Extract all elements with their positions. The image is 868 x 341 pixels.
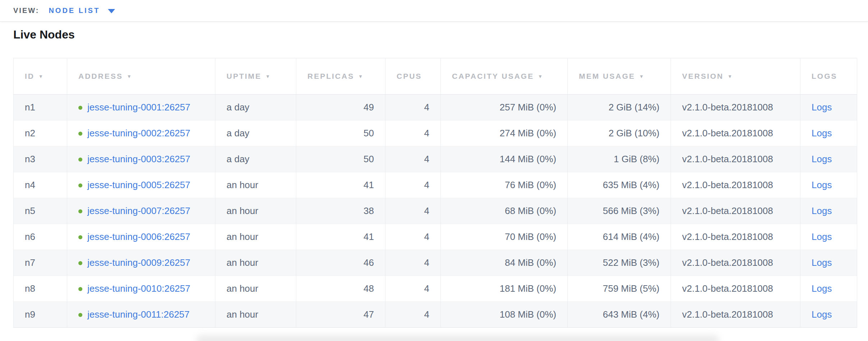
cell-mem: 522 MiB (3%): [568, 250, 671, 276]
column-header-logs: LOGS: [800, 58, 857, 95]
column-header-label: UPTIME: [227, 72, 261, 80]
node-logs-link[interactable]: Logs: [812, 102, 832, 113]
node-address-link[interactable]: jesse-tuning-0009:26257: [87, 257, 190, 268]
cell-version: v2.1.0-beta.20181008: [671, 121, 800, 146]
node-logs-link[interactable]: Logs: [812, 179, 832, 190]
cell-mem: 643 MiB (4%): [568, 302, 671, 328]
cell-uptime: an hour: [215, 198, 296, 224]
cell-address: jesse-tuning-0005:26257: [67, 172, 215, 198]
cell-mem: 2 GiB (14%): [568, 95, 671, 121]
cell-replicas: 50: [296, 121, 385, 146]
cell-logs: Logs: [800, 224, 857, 250]
node-address-link[interactable]: jesse-tuning-0005:26257: [87, 179, 190, 190]
cell-uptime: a day: [215, 121, 296, 146]
node-address-link[interactable]: jesse-tuning-0006:26257: [87, 231, 190, 242]
cell-mem: 1 GiB (8%): [568, 146, 671, 172]
column-header-cpus: CPUS: [385, 58, 441, 95]
cell-mem: 635 MiB (4%): [568, 172, 671, 198]
sort-desc-icon: ▼: [728, 74, 734, 79]
column-header-label: CAPACITY USAGE: [452, 72, 534, 80]
cell-version: v2.1.0-beta.20181008: [671, 276, 800, 302]
node-logs-link[interactable]: Logs: [812, 154, 832, 164]
column-header-id[interactable]: ID▼: [14, 58, 67, 95]
live-status-dot: [78, 287, 82, 291]
live-status-dot: [78, 209, 82, 213]
cell-address: jesse-tuning-0003:26257: [67, 146, 215, 172]
cell-address: jesse-tuning-0001:26257: [67, 95, 215, 121]
cell-capacity: 181 MiB (0%): [441, 276, 568, 302]
node-logs-link[interactable]: Logs: [812, 257, 832, 268]
cell-capacity: 76 MiB (0%): [441, 172, 568, 198]
cell-replicas: 46: [296, 250, 385, 276]
cell-logs: Logs: [800, 146, 857, 172]
column-header-label: ADDRESS: [78, 72, 123, 80]
cell-version: v2.1.0-beta.20181008: [671, 302, 800, 328]
live-status-dot: [78, 158, 82, 162]
node-address-link[interactable]: jesse-tuning-0007:26257: [87, 205, 190, 216]
cell-cpus: 4: [385, 95, 441, 121]
cell-mem: 2 GiB (10%): [568, 121, 671, 146]
node-address-link[interactable]: jesse-tuning-0002:26257: [87, 128, 190, 138]
view-dropdown-value: NODE LIST: [49, 6, 100, 15]
column-header-capacity[interactable]: CAPACITY USAGE▼: [441, 58, 568, 95]
table-row: n7jesse-tuning-0009:26257an hour46484 Mi…: [14, 250, 857, 276]
column-header-version[interactable]: VERSION▼: [671, 58, 800, 95]
node-logs-link[interactable]: Logs: [812, 283, 832, 294]
cell-uptime: an hour: [215, 224, 296, 250]
cell-capacity: 70 MiB (0%): [441, 224, 568, 250]
column-header-mem[interactable]: MEM USAGE▼: [568, 58, 671, 95]
node-logs-link[interactable]: Logs: [812, 231, 832, 242]
cell-address: jesse-tuning-0009:26257: [67, 250, 215, 276]
cell-address: jesse-tuning-0007:26257: [67, 198, 215, 224]
column-header-label: LOGS: [812, 72, 837, 80]
cell-capacity: 274 MiB (0%): [441, 121, 568, 146]
column-header-replicas[interactable]: REPLICAS▼: [296, 58, 385, 95]
node-address-link[interactable]: jesse-tuning-0003:26257: [87, 154, 190, 164]
cell-cpus: 4: [385, 121, 441, 146]
cell-address: jesse-tuning-0010:26257: [67, 276, 215, 302]
cell-logs: Logs: [800, 95, 857, 121]
live-status-dot: [78, 235, 82, 239]
live-status-dot: [78, 313, 82, 317]
view-dropdown[interactable]: NODE LIST: [49, 6, 115, 15]
table-header-row: ID▼ADDRESS▼UPTIME▼REPLICAS▼CPUSCAPACITY …: [14, 58, 857, 95]
column-header-uptime[interactable]: UPTIME▼: [215, 58, 296, 95]
cell-uptime: an hour: [215, 276, 296, 302]
sort-desc-icon: ▼: [358, 74, 364, 79]
cell-id: n8: [14, 276, 67, 302]
cell-cpus: 4: [385, 276, 441, 302]
live-status-dot: [78, 106, 82, 110]
node-address-link[interactable]: jesse-tuning-0010:26257: [87, 283, 190, 294]
node-address-link[interactable]: jesse-tuning-0011:26257: [87, 309, 189, 320]
sort-desc-icon: ▼: [639, 74, 645, 79]
cell-uptime: an hour: [215, 302, 296, 328]
node-logs-link[interactable]: Logs: [812, 309, 832, 320]
cell-uptime: an hour: [215, 172, 296, 198]
cell-id: n5: [14, 198, 67, 224]
sort-desc-icon: ▼: [127, 74, 133, 79]
cell-mem: 566 MiB (3%): [568, 198, 671, 224]
cell-address: jesse-tuning-0002:26257: [67, 121, 215, 146]
cell-logs: Logs: [800, 172, 857, 198]
table-row: n6jesse-tuning-0006:26257an hour41470 Mi…: [14, 224, 857, 250]
cell-version: v2.1.0-beta.20181008: [671, 198, 800, 224]
view-label: VIEW:: [13, 6, 39, 15]
cell-replicas: 41: [296, 224, 385, 250]
cell-replicas: 47: [296, 302, 385, 328]
column-header-label: VERSION: [682, 72, 724, 80]
node-logs-link[interactable]: Logs: [812, 205, 832, 216]
node-logs-link[interactable]: Logs: [812, 128, 832, 138]
column-header-label: ID: [25, 72, 35, 80]
node-address-link[interactable]: jesse-tuning-0001:26257: [87, 102, 190, 113]
cell-address: jesse-tuning-0011:26257: [67, 302, 215, 328]
cell-mem: 759 MiB (5%): [568, 276, 671, 302]
cell-cpus: 4: [385, 302, 441, 328]
live-status-dot: [78, 132, 82, 136]
cell-logs: Logs: [800, 198, 857, 224]
cell-capacity: 68 MiB (0%): [441, 198, 568, 224]
page-title: Live Nodes: [13, 29, 75, 40]
column-header-address[interactable]: ADDRESS▼: [67, 58, 215, 95]
cell-logs: Logs: [800, 276, 857, 302]
cell-cpus: 4: [385, 198, 441, 224]
cell-logs: Logs: [800, 302, 857, 328]
